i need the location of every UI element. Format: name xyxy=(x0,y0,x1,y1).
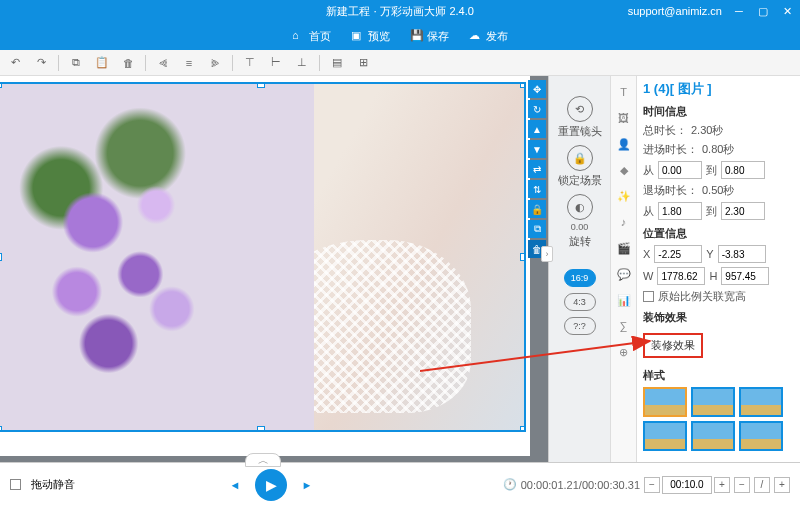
rotate-tool[interactable]: ↻ xyxy=(528,100,546,118)
time-input[interactable] xyxy=(662,476,712,494)
lock-icon: 🔒 xyxy=(573,152,587,165)
home-button[interactable]: ⌂首页 xyxy=(292,29,331,44)
preview-button[interactable]: ▣预览 xyxy=(351,29,390,44)
maximize-button[interactable]: ▢ xyxy=(756,4,770,18)
publish-button[interactable]: ☁发布 xyxy=(469,29,508,44)
canvas-area[interactable]: ✥ ↻ ▲ ▼ ⇄ ⇅ 🔒 ⧉ 🗑 xyxy=(0,76,548,462)
canvas-side-toolbar: ✥ ↻ ▲ ▼ ⇄ ⇅ 🔒 ⧉ 🗑 xyxy=(528,76,548,462)
redo-button[interactable]: ↷ xyxy=(32,54,50,72)
support-link[interactable]: support@animiz.cn xyxy=(628,5,722,17)
titlebar: 新建工程 · 万彩动画大师 2.4.0 support@animiz.cn ─ … xyxy=(0,0,800,22)
style-thumb-1[interactable] xyxy=(643,387,687,417)
time-section-header: 时间信息 xyxy=(643,104,794,119)
enter-to-input[interactable] xyxy=(721,161,765,179)
move-tool[interactable]: ✥ xyxy=(528,80,546,98)
y-input[interactable] xyxy=(718,245,766,263)
width-input[interactable] xyxy=(657,267,705,285)
align-left-button[interactable]: ⫷ xyxy=(154,54,172,72)
main-area: ✥ ↻ ▲ ▼ ⇄ ⇅ 🔒 ⧉ 🗑 › ⟲ 重置镜头 🔒 锁定场景 ◐ 0.00… xyxy=(0,76,800,462)
zoom-in-button[interactable]: + xyxy=(774,477,790,493)
prev-frame-button[interactable]: ◄ xyxy=(225,475,245,495)
time-minus-button[interactable]: − xyxy=(644,477,660,493)
image-asset-icon[interactable]: 🖼 xyxy=(616,110,632,126)
next-frame-button[interactable]: ► xyxy=(297,475,317,495)
undo-button[interactable]: ↶ xyxy=(6,54,24,72)
exit-to-input[interactable] xyxy=(721,202,765,220)
music-asset-icon[interactable]: ♪ xyxy=(616,214,632,230)
align-center-button[interactable]: ≡ xyxy=(180,54,198,72)
style-thumb-4[interactable] xyxy=(643,421,687,451)
lock-tool[interactable]: 🔒 xyxy=(528,200,546,218)
delete-button[interactable]: 🗑 xyxy=(119,54,137,72)
align-right-button[interactable]: ⫸ xyxy=(206,54,224,72)
canvas xyxy=(0,76,530,456)
group-button[interactable]: ⊞ xyxy=(354,54,372,72)
video-asset-icon[interactable]: 🎬 xyxy=(616,240,632,256)
style-thumb-6[interactable] xyxy=(739,421,783,451)
position-section-header: 位置信息 xyxy=(643,226,794,241)
flip-v-tool[interactable]: ⇅ xyxy=(528,180,546,198)
mute-label: 拖动静音 xyxy=(31,477,75,492)
decor-effect-button[interactable]: 装修效果 xyxy=(643,333,703,358)
decor-section-header: 装饰效果 xyxy=(643,310,794,325)
more-asset-icon[interactable]: ⊕ xyxy=(616,344,632,360)
selected-image[interactable] xyxy=(0,82,526,432)
paste-button[interactable]: 📋 xyxy=(93,54,111,72)
total-duration: 2.30秒 xyxy=(691,123,723,138)
camera-icon: ⟲ xyxy=(575,103,584,116)
callout-asset-icon[interactable]: 💬 xyxy=(616,266,632,282)
clock-icon: 🕐 xyxy=(503,478,517,491)
minimize-button[interactable]: ─ xyxy=(732,4,746,18)
shape-asset-icon[interactable]: ◆ xyxy=(616,162,632,178)
close-button[interactable]: ✕ xyxy=(780,4,794,18)
time-readout: 00:00:01.21/00:00:30.31 xyxy=(521,479,640,491)
style-thumb-3[interactable] xyxy=(739,387,783,417)
exit-from-input[interactable] xyxy=(658,202,702,220)
style-section-header: 样式 xyxy=(643,368,794,383)
copy-tool[interactable]: ⧉ xyxy=(528,220,546,238)
style-thumbnails xyxy=(643,387,794,451)
aspect-lock-checkbox[interactable] xyxy=(643,291,654,302)
expand-timeline-button[interactable]: ︿ xyxy=(245,453,281,467)
asset-strip: T 🖼 👤 ◆ ✨ ♪ 🎬 💬 📊 ∑ ⊕ xyxy=(610,76,636,462)
ratio-custom-button[interactable]: ?:? xyxy=(564,317,596,335)
camera-panel: › ⟲ 重置镜头 🔒 锁定场景 ◐ 0.00 旋转 16:9 4:3 ?:? xyxy=(548,76,610,462)
style-thumb-2[interactable] xyxy=(691,387,735,417)
time-plus-button[interactable]: + xyxy=(714,477,730,493)
x-input[interactable] xyxy=(654,245,702,263)
layer-button[interactable]: ▤ xyxy=(328,54,346,72)
effect-asset-icon[interactable]: ✨ xyxy=(616,188,632,204)
enter-from-input[interactable] xyxy=(658,161,702,179)
play-button[interactable]: ▶ xyxy=(255,469,287,501)
rotate-control[interactable]: ◐ 0.00 旋转 xyxy=(567,194,593,249)
copy-button[interactable]: ⧉ xyxy=(67,54,85,72)
enter-duration: 0.80秒 xyxy=(702,142,734,157)
formula-asset-icon[interactable]: ∑ xyxy=(616,318,632,334)
reset-camera-button[interactable]: ⟲ 重置镜头 xyxy=(558,96,602,139)
layer-up-tool[interactable]: ▲ xyxy=(528,120,546,138)
ratio-16-9-button[interactable]: 16:9 xyxy=(564,269,596,287)
align-top-button[interactable]: ⊤ xyxy=(241,54,259,72)
menubar: ⌂首页 ▣预览 💾保存 ☁发布 xyxy=(0,22,800,50)
ratio-4-3-button[interactable]: 4:3 xyxy=(564,293,596,311)
flip-h-tool[interactable]: ⇄ xyxy=(528,160,546,178)
people-asset-icon[interactable]: 👤 xyxy=(616,136,632,152)
align-middle-button[interactable]: ⊢ xyxy=(267,54,285,72)
zoom-fit-button[interactable]: / xyxy=(754,477,770,493)
mute-checkbox[interactable] xyxy=(10,479,21,490)
style-thumb-5[interactable] xyxy=(691,421,735,451)
text-asset-icon[interactable]: T xyxy=(616,84,632,100)
layer-down-tool[interactable]: ▼ xyxy=(528,140,546,158)
panel-title: 1 (4)[ 图片 ] xyxy=(643,80,794,98)
collapse-panel-button[interactable]: › xyxy=(541,246,553,262)
height-input[interactable] xyxy=(721,267,769,285)
timeline-bar: ︿ 拖动静音 ◄ ▶ ► 🕐 00:00:01.21/00:00:30.31 −… xyxy=(0,462,800,506)
chart-asset-icon[interactable]: 📊 xyxy=(616,292,632,308)
save-button[interactable]: 💾保存 xyxy=(410,29,449,44)
lock-scene-button[interactable]: 🔒 锁定场景 xyxy=(558,145,602,188)
exit-duration: 0.50秒 xyxy=(702,183,734,198)
toolbar: ↶ ↷ ⧉ 📋 🗑 ⫷ ≡ ⫸ ⊤ ⊢ ⊥ ▤ ⊞ xyxy=(0,50,800,76)
zoom-out-button[interactable]: − xyxy=(734,477,750,493)
window-title: 新建工程 · 万彩动画大师 2.4.0 xyxy=(326,4,474,19)
align-bottom-button[interactable]: ⊥ xyxy=(293,54,311,72)
